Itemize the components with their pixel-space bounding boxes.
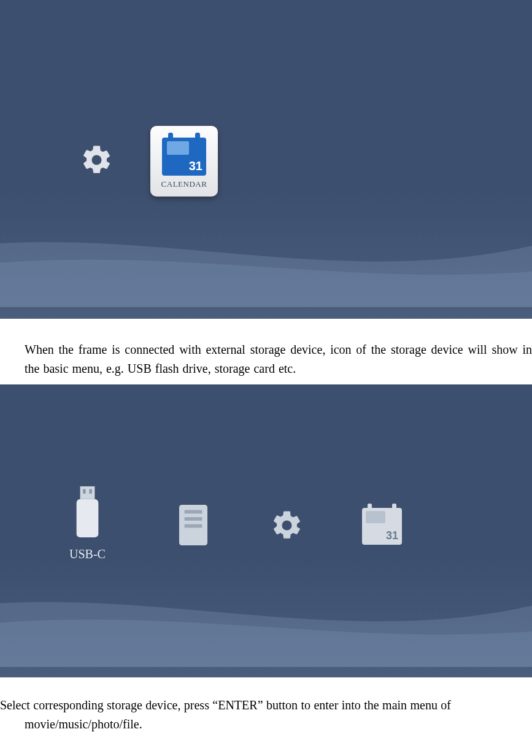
calendar-day-number: 31 [189,159,202,173]
settings-icon[interactable] [270,509,304,545]
calendar-tile[interactable]: 31 CALENDAR [150,126,218,197]
usb-c-tile[interactable]: USB-C [58,483,117,561]
wave-decoration [0,184,532,307]
calendar-icon[interactable]: 31 [362,508,402,545]
usb-icon [58,483,117,541]
wave-decoration [0,544,532,667]
paragraph-select-storage-line2: movie/music/photo/file. [0,715,532,734]
svg-rect-6 [185,517,202,521]
paragraph-select-storage-line1: Select corresponding storage device, pre… [0,698,451,712]
calendar-label: CALENDAR [161,179,207,189]
calendar-day-number: 31 [386,529,398,542]
screenshot-basic-menu: 31 CALENDAR [0,0,532,319]
svg-rect-5 [185,510,202,514]
settings-icon[interactable] [80,143,114,180]
paragraph-storage-connected: When the frame is connected with externa… [0,319,532,384]
svg-rect-3 [89,489,91,493]
usb-label: USB-C [69,547,106,561]
svg-rect-7 [185,524,202,528]
svg-rect-0 [80,486,95,499]
calendar-icon: 31 [162,138,206,176]
paragraph-select-storage: Select corresponding storage device, pre… [0,677,532,740]
svg-rect-2 [83,489,85,493]
internal-storage-icon[interactable] [175,503,212,547]
screenshot-storage-menu: USB-C 31 [0,384,532,677]
svg-rect-1 [77,499,99,537]
